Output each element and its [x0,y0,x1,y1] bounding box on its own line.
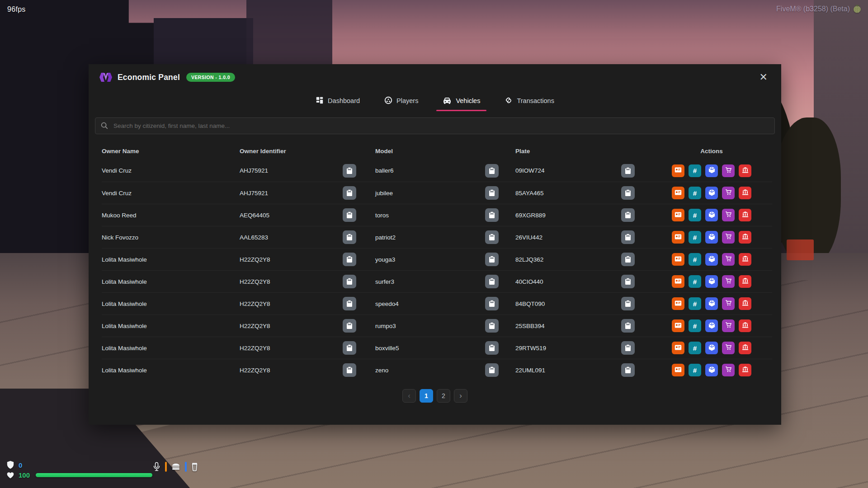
shield-icon [6,460,14,469]
cart-button[interactable] [722,209,735,221]
vehicle-model-cube-button[interactable] [705,297,718,310]
vehicle-model-cube-button[interactable] [705,209,718,221]
copy-model-button[interactable] [485,230,499,244]
copy-identifier-button[interactable] [343,319,356,333]
vehicle-model-cube-button[interactable] [705,319,718,332]
cart-button[interactable] [722,275,735,288]
copy-identifier-button[interactable] [343,164,356,178]
owner-id-card-button[interactable] [672,231,684,244]
hash-icon: # [693,300,697,308]
vehicle-hash-button[interactable]: # [689,364,701,376]
bank-button[interactable] [739,209,751,221]
owner-id-card-button[interactable] [672,275,684,288]
cart-button[interactable] [722,164,735,177]
vehicle-hash-button[interactable]: # [689,297,701,310]
pagination-page-1-button[interactable]: 1 [420,389,433,403]
cart-button[interactable] [722,253,735,266]
search-input[interactable] [95,117,775,134]
owner-id-card-button[interactable] [672,164,684,177]
copy-plate-button[interactable] [621,319,635,333]
copy-identifier-button[interactable] [343,363,356,377]
copy-identifier-button[interactable] [343,208,356,222]
copy-model-button[interactable] [485,363,499,377]
pagination-prev-button[interactable]: ‹ [402,389,416,403]
copy-plate-button[interactable] [621,186,635,200]
vehicle-hash-button[interactable]: # [689,275,701,288]
vehicle-hash-button[interactable]: # [689,164,701,177]
bank-button[interactable] [739,364,751,376]
cart-button[interactable] [722,342,735,354]
copy-model-button[interactable] [485,186,499,200]
vehicle-hash-button[interactable]: # [689,253,701,266]
vehicle-hash-button[interactable]: # [689,209,701,221]
tab-transactions[interactable]: Transactions [503,90,556,111]
tab-players[interactable]: Players [382,90,420,111]
status-icons [153,462,198,472]
actions-cell: # [651,275,772,288]
cart-button[interactable] [722,364,735,376]
owner-identifier-cell: AHJ75921 [240,167,343,174]
owner-id-card-button[interactable] [672,297,684,310]
bank-button[interactable] [739,231,751,244]
copy-identifier-button[interactable] [343,275,356,288]
copy-identifier-button[interactable] [343,297,356,310]
copy-model-button[interactable] [485,275,499,288]
copy-model-button[interactable] [485,208,499,222]
pagination-page-2-button[interactable]: 2 [437,389,450,403]
copy-model-button[interactable] [485,341,499,355]
vehicle-model-cube-button[interactable] [705,231,718,244]
cart-button[interactable] [722,231,735,244]
close-button[interactable]: ✕ [756,70,771,84]
actions-cell: # [651,319,772,332]
cart-button[interactable] [722,297,735,310]
vehicle-model-cube-button[interactable] [705,187,718,199]
copy-identifier-button[interactable] [343,186,356,200]
vehicle-hash-button[interactable]: # [689,342,701,354]
bank-button[interactable] [739,319,751,332]
vehicle-model-cube-button[interactable] [705,275,718,288]
vehicle-model-cube-button[interactable] [705,364,718,376]
table-body: Vendi Cruz AHJ75921 baller6 09IOW724 [102,160,772,381]
owner-id-card-button[interactable] [672,342,684,354]
copy-plate-button[interactable] [621,230,635,244]
copy-identifier-button[interactable] [343,253,356,266]
cart-button[interactable] [722,319,735,332]
owner-id-card-button[interactable] [672,187,684,199]
copy-model-button[interactable] [485,164,499,178]
owner-id-card-button[interactable] [672,253,684,266]
vehicle-hash-button[interactable]: # [689,187,701,199]
bank-button[interactable] [739,342,751,354]
copy-plate-button[interactable] [621,363,635,377]
copy-plate-button[interactable] [621,208,635,222]
owner-id-card-button[interactable] [672,209,684,221]
owner-id-card-button[interactable] [672,364,684,376]
hash-icon: # [693,211,697,219]
vehicle-hash-button[interactable]: # [689,231,701,244]
cart-button[interactable] [722,187,735,199]
copy-model-button[interactable] [485,319,499,333]
vehicle-model-cube-button[interactable] [705,253,718,266]
copy-plate-button[interactable] [621,253,635,266]
model-cell: jubilee [375,190,485,197]
copy-plate-button[interactable] [621,275,635,288]
copy-model-button[interactable] [485,253,499,266]
owner-name-cell: Lolita Masiwhole [102,278,240,285]
copy-model-button[interactable] [485,297,499,310]
pagination-next-button[interactable]: › [454,389,467,403]
tab-dashboard[interactable]: Dashboard [314,90,362,111]
vehicle-hash-button[interactable]: # [689,319,701,332]
bank-button[interactable] [739,164,751,177]
copy-plate-button[interactable] [621,164,635,178]
bank-button[interactable] [739,253,751,266]
copy-identifier-button[interactable] [343,341,356,355]
bank-button[interactable] [739,275,751,288]
tab-vehicles[interactable]: Vehicles [441,90,482,111]
copy-plate-button[interactable] [621,341,635,355]
owner-id-card-button[interactable] [672,319,684,332]
copy-plate-button[interactable] [621,297,635,310]
vehicle-model-cube-button[interactable] [705,164,718,177]
bank-button[interactable] [739,187,751,199]
bank-button[interactable] [739,297,751,310]
vehicle-model-cube-button[interactable] [705,342,718,354]
copy-identifier-button[interactable] [343,230,356,244]
